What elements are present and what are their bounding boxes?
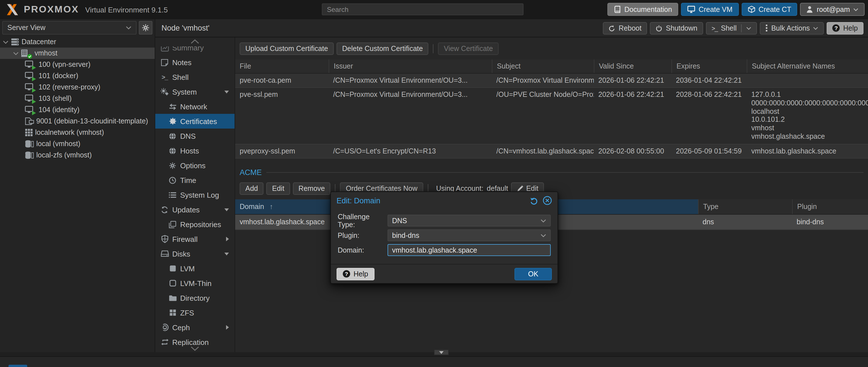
tree-item-localnetwork[interactable]: localnetwork (vmhost) <box>0 127 155 138</box>
ceph-icon <box>160 323 169 331</box>
nav-item-certificates[interactable]: Certificates <box>155 114 235 129</box>
tree-item-vm-104[interactable]: 104 (identity) <box>0 104 155 115</box>
dialog-ok-button[interactable]: OK <box>515 268 552 280</box>
nav-item-ceph[interactable]: Ceph <box>155 320 235 335</box>
bulk-actions-button[interactable]: Bulk Actions <box>760 22 824 34</box>
help-button[interactable]: ? Help <box>827 22 864 34</box>
reboot-button[interactable]: Reboot <box>603 22 647 34</box>
vm-running-icon <box>25 106 34 114</box>
undo-icon[interactable] <box>530 196 538 205</box>
upload-custom-certificate-button[interactable]: Upload Custom Certificate <box>240 42 334 55</box>
nav-item-repositories[interactable]: Repositories <box>155 217 235 232</box>
column-header-file[interactable]: File <box>235 60 329 73</box>
collapse-icon[interactable] <box>224 90 229 93</box>
nav-item-directory[interactable]: Directory <box>155 291 235 305</box>
nav-item-zfs[interactable]: ZFS <box>155 305 235 320</box>
user-icon <box>807 6 813 13</box>
create-vm-button[interactable]: Create VM <box>681 3 739 16</box>
view-selector[interactable]: Server View <box>2 21 136 35</box>
table-row[interactable]: pve-root-ca.pem /CN=Proxmox Virtual Envi… <box>235 74 868 88</box>
dialog-titlebar[interactable]: Edit: Domain <box>331 192 558 209</box>
challenge-type-select[interactable]: DNS <box>388 215 551 227</box>
global-search <box>322 3 524 15</box>
column-header-issuer[interactable]: Issuer <box>329 60 492 73</box>
nav-item-lvm-thin[interactable]: LVM-Thin <box>155 276 235 291</box>
dialog-footer: ? Help OK <box>331 264 558 283</box>
user-menu-button[interactable]: root@pam <box>800 3 865 16</box>
san-list: 127.0.0.1 0000:0000:0000:0000:0000:0000:… <box>747 88 868 144</box>
question-icon: ? <box>343 270 350 277</box>
tree-item-template-9001[interactable]: 9001 (debian-13-cloudinit-template) <box>0 115 155 127</box>
acme-add-button[interactable]: Add <box>240 182 264 195</box>
acme-section-heading: ACME <box>235 167 868 179</box>
copy-icon <box>168 221 177 228</box>
collapse-icon[interactable] <box>224 252 229 255</box>
column-header-expires[interactable]: Expires <box>672 60 747 73</box>
column-header-subject[interactable]: Subject <box>492 60 594 73</box>
expand-icon[interactable] <box>226 325 229 330</box>
node-icon <box>21 49 30 58</box>
acme-edit-button[interactable]: Edit <box>267 182 290 195</box>
column-header-valid-since[interactable]: Valid Since <box>594 60 672 73</box>
log-panel-collapse-button[interactable] <box>434 349 449 355</box>
log-panel-button-fragment[interactable] <box>8 365 27 367</box>
shield-icon <box>160 235 169 243</box>
tree-item-vm-103[interactable]: 103 (shell) <box>0 93 155 104</box>
expand-icon[interactable] <box>226 237 229 241</box>
log-panel-collapsed <box>0 356 868 367</box>
table-row[interactable]: pve-ssl.pem /CN=Proxmox Virtual Environm… <box>235 88 868 144</box>
nav-item-system[interactable]: System <box>155 85 235 99</box>
caret-down-icon[interactable] <box>13 51 19 55</box>
column-header-san[interactable]: Subject Alternative Names <box>747 60 868 73</box>
nav-item-shell[interactable]: >_ Shell <box>155 70 235 85</box>
close-icon[interactable] <box>543 196 552 205</box>
tree-item-vm-102[interactable]: 102 (reverse-proxy) <box>0 81 155 93</box>
plugin-select[interactable]: bind-dns <box>388 229 551 241</box>
nav-item-disks[interactable]: Disks <box>155 246 235 261</box>
nav-scroll-down[interactable] <box>155 346 235 351</box>
section-rule <box>266 172 864 173</box>
documentation-button[interactable]: Documentation <box>608 3 678 16</box>
view-certificate-button[interactable]: View Certificate <box>438 42 499 55</box>
collapse-icon[interactable] <box>224 208 229 211</box>
node-panel-header: Node 'vmhost' Reboot Shutdown >_ Shell <box>155 19 868 37</box>
nav-item-dns[interactable]: DNS <box>155 129 235 143</box>
tree-item-vm-100[interactable]: 100 (vpn-server) <box>0 59 155 70</box>
sidebar: Server View Datacenter <box>0 19 155 352</box>
nav-item-network[interactable]: Network <box>155 99 235 114</box>
dialog-help-button[interactable]: ? Help <box>337 268 374 280</box>
create-ct-button[interactable]: Create CT <box>742 3 798 16</box>
nav-item-notes[interactable]: Notes <box>155 55 235 70</box>
domain-input[interactable] <box>388 244 551 256</box>
nav-item-lvm[interactable]: LVM <box>155 261 235 276</box>
chevron-down-icon[interactable] <box>746 26 751 30</box>
nav-item-updates[interactable]: Updates <box>155 202 235 217</box>
nav-item-options[interactable]: Options <box>155 158 235 173</box>
nav-item-system-log[interactable]: System Log <box>155 188 235 202</box>
nav-item-time[interactable]: Time <box>155 173 235 188</box>
tree-item-vm-101[interactable]: 101 (docker) <box>0 70 155 81</box>
column-header-plugin[interactable]: Plugin <box>792 199 868 214</box>
tree-item-datacenter[interactable]: Datacenter <box>0 36 155 47</box>
delete-custom-certificate-button[interactable]: Delete Custom Certificate <box>337 42 429 55</box>
table-row[interactable]: pveproxy-ssl.pem /C=US/O=Let's Encrypt/C… <box>235 144 868 159</box>
column-header-type[interactable]: Type <box>698 199 792 214</box>
nav-item-hosts[interactable]: Hosts <box>155 143 235 158</box>
nav-scroll-up[interactable] <box>155 37 235 46</box>
tree-item-vmhost[interactable]: vmhost <box>0 47 155 59</box>
search-input[interactable] <box>322 3 524 15</box>
certificates-table-header[interactable]: File Issuer Subject Valid Since Expires … <box>235 60 868 74</box>
chevron-down-icon <box>190 346 199 351</box>
nav-item-summary[interactable]: Summary <box>155 46 235 55</box>
tree-item-storage-local[interactable]: local (vmhost) <box>0 138 155 149</box>
vm-running-icon <box>25 83 34 92</box>
shutdown-button[interactable]: Shutdown <box>650 22 703 34</box>
power-icon <box>655 25 662 31</box>
caret-down-icon[interactable] <box>3 40 8 44</box>
tree-item-storage-local-zfs[interactable]: local-zfs (vmhost) <box>0 149 155 161</box>
gear-icon <box>168 162 177 169</box>
nav-item-firewall[interactable]: Firewall <box>155 232 235 246</box>
shell-split-button[interactable]: >_ Shell <box>706 22 757 34</box>
sidebar-settings-button[interactable] <box>139 21 152 35</box>
acme-remove-button[interactable]: Remove <box>293 182 331 195</box>
